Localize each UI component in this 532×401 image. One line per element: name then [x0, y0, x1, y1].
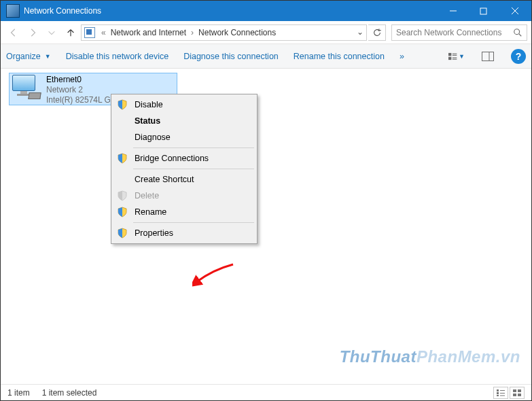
ctx-sep	[133, 169, 254, 169]
svg-point-4	[514, 29, 520, 34]
svg-rect-20	[513, 389, 516, 392]
ctx-diagnose[interactable]: Diagnose	[113, 129, 255, 145]
location-icon	[84, 27, 95, 38]
titlebar: Network Connections	[1, 1, 531, 21]
ctx-status[interactable]: Status	[113, 113, 255, 129]
chevron-right-icon[interactable]: ›	[188, 28, 197, 37]
svg-rect-14	[497, 389, 499, 391]
ctx-delete: Delete	[113, 188, 255, 204]
recent-dropdown[interactable]	[43, 24, 60, 41]
close-button[interactable]	[499, 1, 531, 21]
more-commands-button[interactable]: »	[400, 52, 404, 61]
address-dropdown-icon[interactable]: ⌄	[357, 27, 363, 37]
ctx-bridge[interactable]: Bridge Connections	[113, 150, 255, 167]
shield-icon	[117, 99, 128, 110]
svg-rect-19	[500, 395, 505, 396]
svg-rect-16	[497, 392, 499, 394]
status-selection: 1 item selected	[42, 388, 97, 398]
svg-rect-9	[448, 56, 451, 59]
forward-button[interactable]	[24, 24, 41, 41]
search-placeholder: Search Network Connections	[396, 28, 522, 37]
breadcrumb-parent[interactable]: Network and Internet	[109, 27, 188, 39]
svg-rect-8	[453, 54, 457, 55]
window-controls	[438, 1, 531, 21]
details-view-button[interactable]	[493, 387, 508, 399]
annotation-arrow	[192, 262, 240, 289]
view-mode-buttons	[493, 387, 525, 399]
status-count: 1 item	[7, 388, 30, 398]
svg-rect-6	[448, 52, 451, 55]
svg-rect-10	[453, 57, 457, 58]
ctx-shortcut[interactable]: Create Shortcut	[113, 171, 255, 188]
diagnose-button[interactable]: Diagnose this connection	[183, 52, 279, 61]
breadcrumb-current[interactable]: Network Connections	[197, 27, 277, 39]
icons-view-button[interactable]	[510, 387, 525, 399]
window-title: Network Connections	[24, 6, 438, 16]
svg-rect-11	[453, 58, 457, 59]
help-button[interactable]: ?	[511, 49, 526, 64]
disable-device-button[interactable]: Disable this network device	[66, 52, 169, 61]
organize-menu[interactable]: Organize▼	[6, 52, 51, 61]
minimize-button[interactable]	[438, 1, 468, 21]
status-bar: 1 item 1 item selected	[1, 384, 531, 400]
ctx-rename[interactable]: Rename	[113, 204, 255, 220]
svg-rect-22	[513, 394, 516, 396]
rename-button[interactable]: Rename this connection	[294, 52, 385, 61]
command-bar: Organize▼ Disable this network device Di…	[1, 44, 531, 69]
maximize-button[interactable]	[468, 1, 499, 21]
preview-pane-button[interactable]	[480, 48, 496, 65]
breadcrumb[interactable]: « Network and Internet › Network Connect…	[81, 24, 367, 41]
watermark: ThuThuatPhanMem.vn	[340, 347, 520, 366]
ctx-disable[interactable]: Disable	[113, 97, 255, 113]
content-area[interactable]: Ethernet0 Network 2 Intel(R) 82574L Gig.…	[1, 69, 531, 384]
shield-icon	[117, 207, 128, 217]
search-input[interactable]: Search Network Connections	[391, 24, 527, 41]
svg-rect-1	[480, 8, 486, 14]
up-button[interactable]	[62, 24, 79, 41]
address-bar: « Network and Internet › Network Connect…	[1, 21, 531, 44]
chevron-down-icon: ▼	[459, 53, 465, 60]
shield-icon	[117, 153, 128, 164]
shield-icon	[117, 228, 128, 239]
svg-rect-12	[482, 52, 494, 60]
chevron-down-icon: ▼	[45, 53, 51, 60]
adapter-name: Ethernet0	[46, 75, 124, 85]
svg-rect-23	[518, 394, 521, 396]
ctx-sep	[133, 147, 254, 148]
back-button[interactable]	[5, 24, 22, 41]
svg-rect-7	[453, 53, 457, 54]
ctx-sep	[133, 222, 254, 223]
refresh-button[interactable]	[368, 24, 386, 41]
svg-line-5	[519, 33, 522, 36]
svg-rect-17	[500, 393, 505, 394]
breadcrumb-root-chevron-icon[interactable]: «	[98, 28, 109, 37]
view-options-button[interactable]: ▼	[448, 48, 465, 65]
svg-rect-21	[518, 389, 521, 392]
ctx-properties[interactable]: Properties	[113, 225, 255, 241]
network-adapter-icon	[12, 75, 42, 102]
svg-rect-15	[500, 390, 505, 391]
svg-rect-18	[497, 395, 499, 396]
context-menu: Disable Status Diagnose Bridge Connectio…	[111, 94, 258, 244]
app-icon	[6, 4, 20, 18]
search-icon	[513, 28, 522, 39]
shield-icon	[117, 190, 128, 201]
